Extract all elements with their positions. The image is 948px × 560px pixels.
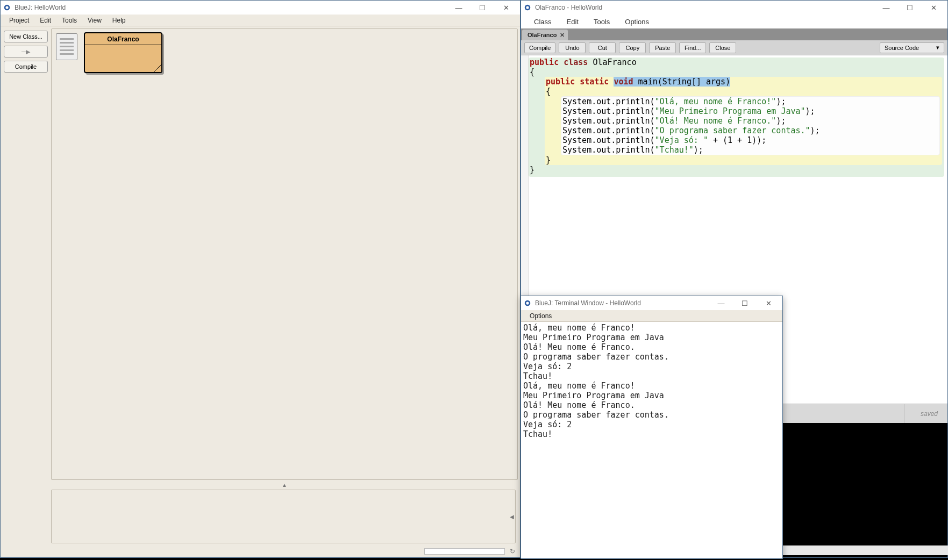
- terminal-titlebar[interactable]: BlueJ: Terminal Window - HelloWorld — ☐ …: [521, 296, 782, 310]
- menu-class[interactable]: Class: [526, 16, 559, 27]
- bluej-logo-icon: [3, 3, 11, 12]
- compile-button[interactable]: Compile: [524, 42, 555, 53]
- editor-titlebar[interactable]: OlaFranco - HelloWorld — ☐ ✕: [521, 1, 947, 15]
- editor-window-title: OlaFranco - HelloWorld: [535, 4, 874, 11]
- editor-toolbar: Compile Undo Cut Copy Paste Find... Clos…: [521, 40, 947, 55]
- maximize-button[interactable]: ☐: [471, 1, 494, 15]
- bluej-logo-icon: [523, 3, 532, 12]
- menu-options[interactable]: Options: [617, 16, 657, 27]
- compile-button[interactable]: Compile: [4, 61, 48, 73]
- main-titlebar[interactable]: BlueJ: HelloWorld — ☐ ✕: [1, 1, 520, 15]
- collapse-up-icon[interactable]: ▲: [51, 480, 518, 490]
- terminal-window-controls: — ☐ ✕: [709, 296, 780, 310]
- main-window-title: BlueJ: HelloWorld: [15, 4, 447, 11]
- uses-arrow-button[interactable]: ─▶: [4, 46, 48, 58]
- menu-edit[interactable]: Edit: [34, 16, 56, 25]
- main-statusbar: ↻: [1, 545, 520, 557]
- terminal-menubar: Options: [521, 310, 782, 322]
- dropdown-caret-icon: ▾: [936, 44, 939, 51]
- editor-window-controls: — ☐ ✕: [874, 1, 945, 15]
- saved-indicator: saved: [904, 404, 938, 423]
- terminal-window-title: BlueJ: Terminal Window - HelloWorld: [535, 299, 709, 307]
- close-button[interactable]: Close: [709, 42, 736, 53]
- reopen-left-icon[interactable]: ◀: [510, 514, 514, 520]
- copy-button[interactable]: Copy: [619, 42, 646, 53]
- editor-menubar: Class Edit Tools Options: [521, 15, 947, 28]
- cut-button[interactable]: Cut: [589, 42, 616, 53]
- svg-point-5: [526, 301, 529, 304]
- menu-tools[interactable]: Tools: [56, 16, 82, 25]
- object-bench[interactable]: ◀: [51, 490, 516, 543]
- class-diagram-canvas[interactable]: OlaFranco: [51, 28, 518, 480]
- bluej-main-window: BlueJ: HelloWorld — ☐ ✕ Project Edit Too…: [0, 0, 521, 558]
- readme-icon[interactable]: [56, 33, 77, 60]
- refresh-icon[interactable]: ↻: [508, 547, 517, 556]
- menu-tools[interactable]: Tools: [586, 16, 617, 27]
- minimize-button[interactable]: —: [709, 296, 733, 310]
- tab-label: OlaFranco: [528, 32, 557, 38]
- progress-bar: [424, 548, 505, 555]
- left-toolbar: New Class... ─▶ Compile: [1, 26, 51, 545]
- class-box-olafranco[interactable]: OlaFranco: [84, 32, 162, 73]
- paste-button[interactable]: Paste: [649, 42, 676, 53]
- menu-help[interactable]: Help: [107, 16, 131, 25]
- main-menubar: Project Edit Tools View Help: [1, 15, 520, 26]
- menu-view[interactable]: View: [82, 16, 107, 25]
- new-class-button[interactable]: New Class...: [4, 31, 48, 42]
- close-button[interactable]: ✕: [494, 1, 518, 15]
- close-button[interactable]: ✕: [757, 296, 780, 310]
- minimize-button[interactable]: —: [874, 1, 898, 15]
- bluej-logo-icon: [523, 299, 532, 307]
- tab-close-icon[interactable]: ✕: [560, 32, 565, 39]
- class-fold-icon: [154, 64, 161, 72]
- maximize-button[interactable]: ☐: [898, 1, 922, 15]
- svg-point-1: [5, 6, 8, 9]
- undo-button[interactable]: Undo: [559, 42, 586, 53]
- find-button[interactable]: Find...: [679, 42, 706, 53]
- maximize-button[interactable]: ☐: [733, 296, 757, 310]
- menu-project[interactable]: Project: [4, 16, 34, 25]
- svg-point-3: [526, 6, 529, 9]
- view-mode-label: Source Code: [885, 45, 919, 51]
- minimize-button[interactable]: —: [447, 1, 471, 15]
- close-button[interactable]: ✕: [922, 1, 945, 15]
- editor-tabbar: OlaFranco ✕: [521, 28, 947, 40]
- bluej-terminal-window: BlueJ: Terminal Window - HelloWorld — ☐ …: [521, 296, 783, 559]
- menu-edit[interactable]: Edit: [559, 16, 586, 27]
- main-window-controls: — ☐ ✕: [447, 1, 518, 15]
- menu-options[interactable]: Options: [524, 311, 557, 321]
- tab-olafranco[interactable]: OlaFranco ✕: [522, 30, 568, 40]
- terminal-output[interactable]: Olá, meu nome é Franco! Meu Primeiro Pro…: [521, 322, 782, 558]
- class-box-name: OlaFranco: [85, 33, 161, 45]
- view-mode-dropdown[interactable]: Source Code ▾: [880, 42, 944, 53]
